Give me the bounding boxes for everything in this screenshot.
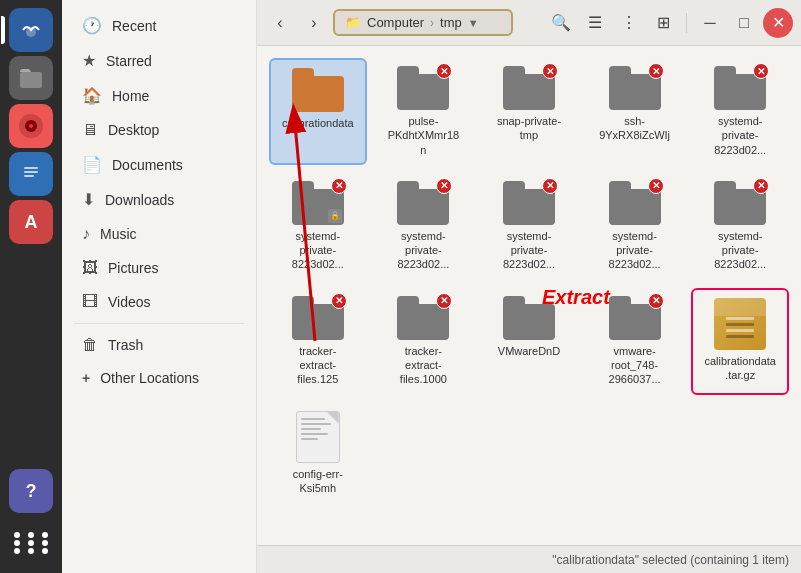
sidebar-item-music[interactable]: ♪ Music	[66, 217, 252, 251]
file-label-archive: calibrationdata.tar.gz	[704, 354, 776, 383]
breadcrumb-dropdown-btn[interactable]: ▼	[468, 17, 479, 29]
file-label-ssh: ssh-9YxRX8iZcWIj	[599, 114, 671, 143]
file-item-vmware-root[interactable]: ✕ vmware-root_748-2966037...	[586, 288, 684, 395]
config-icon	[296, 411, 340, 463]
file-label-vmware-root: vmware-root_748-2966037...	[599, 344, 671, 387]
svg-rect-7	[24, 167, 38, 169]
file-label-calibrationdata: calibrationdata	[282, 116, 354, 130]
dock-appstore[interactable]: A	[9, 200, 53, 244]
folder-icon-calibrationdata	[292, 68, 344, 112]
badge-x-tracker2: ✕	[436, 293, 452, 309]
dock-thunderbird[interactable]	[9, 8, 53, 52]
sidebar-item-desktop[interactable]: 🖥 Desktop	[66, 113, 252, 147]
svg-rect-8	[24, 171, 38, 173]
sidebar-item-videos[interactable]: 🎞 Videos	[66, 285, 252, 319]
folder-icon-vmware-root: ✕	[609, 296, 661, 340]
trash-icon: 🗑	[82, 336, 98, 354]
sidebar: 🕐 Recent ★ Starred 🏠 Home 🖥 Desktop 📄 Do…	[62, 0, 257, 573]
sidebar-item-home[interactable]: 🏠 Home	[66, 78, 252, 113]
folder-icon-systemd5: ✕	[609, 181, 661, 225]
file-item-ssh[interactable]: ✕ ssh-9YxRX8iZcWIj	[586, 58, 684, 165]
videos-icon: 🎞	[82, 293, 98, 311]
file-label-systemd1: systemd-private-8223d02...	[704, 114, 776, 157]
sidebar-item-recent-label: Recent	[112, 18, 156, 34]
sidebar-item-other-label: Other Locations	[100, 370, 199, 386]
file-item-systemd4[interactable]: ✕ systemd-private-8223d02...	[480, 173, 578, 280]
file-item-archive[interactable]: calibrationdata.tar.gz	[691, 288, 789, 395]
sidebar-item-home-label: Home	[112, 88, 149, 104]
breadcrumb-computer: Computer	[367, 15, 424, 30]
badge-x-snap: ✕	[542, 63, 558, 79]
file-item-tracker2[interactable]: ✕ tracker-extract-files.1000	[375, 288, 473, 395]
badge-x-systemd5: ✕	[648, 178, 664, 194]
pictures-icon: 🖼	[82, 259, 98, 277]
folder-icon-pulse: ✕	[397, 66, 449, 110]
file-item-pulse[interactable]: ✕ pulse-PKdhtXMmr18n	[375, 58, 473, 165]
sidebar-item-recent[interactable]: 🕐 Recent	[66, 8, 252, 43]
file-item-tracker1[interactable]: ✕ tracker-extract-files.125	[269, 288, 367, 395]
music-icon: ♪	[82, 225, 90, 243]
file-label-config-err: config-err-Ksi5mh	[282, 467, 354, 496]
file-item-calibrationdata[interactable]: calibrationdata	[269, 58, 367, 165]
dock: A ?	[0, 0, 62, 573]
sidebar-item-documents[interactable]: 📄 Documents	[66, 147, 252, 182]
sidebar-item-other[interactable]: + Other Locations	[66, 362, 252, 394]
file-label-systemd5: systemd-private-8223d02...	[599, 229, 671, 272]
main-area: ‹ › 📁 Computer › tmp ▼ 🔍 ☰ ⋮ ⊞ ─ □ ✕	[257, 0, 801, 573]
svg-point-1	[26, 27, 36, 37]
dock-files[interactable]	[9, 56, 53, 100]
folder-icon-systemd2: ✕ 🔒	[292, 181, 344, 225]
file-label-systemd2: systemd-private-8223d02...	[282, 229, 354, 272]
dock-show-apps[interactable]	[9, 521, 53, 565]
documents-icon: 📄	[82, 155, 102, 174]
back-button[interactable]: ‹	[265, 8, 295, 38]
file-item-systemd1[interactable]: ✕ systemd-private-8223d02...	[691, 58, 789, 165]
file-item-systemd6[interactable]: ✕ systemd-private-8223d02...	[691, 173, 789, 280]
folder-icon-ssh: ✕	[609, 66, 661, 110]
file-item-snap-private[interactable]: ✕ snap-private-tmp	[480, 58, 578, 165]
file-label-systemd4: systemd-private-8223d02...	[493, 229, 565, 272]
window-maximize-button[interactable]: □	[729, 8, 759, 38]
view-list-button[interactable]: ☰	[580, 8, 610, 38]
file-label-systemd6: systemd-private-8223d02...	[704, 229, 776, 272]
forward-button[interactable]: ›	[299, 8, 329, 38]
file-item-vmwared[interactable]: VMwareDnD	[480, 288, 578, 395]
file-item-config-err[interactable]: config-err-Ksi5mh	[269, 403, 367, 504]
file-grid-container: calibrationdata ✕ pulse-PKdhtXMmr18n	[257, 46, 801, 515]
file-label-snap: snap-private-tmp	[493, 114, 565, 143]
dock-writer[interactable]	[9, 152, 53, 196]
file-item-systemd2[interactable]: ✕ 🔒 systemd-private-8223d02...	[269, 173, 367, 280]
badge-x-systemd4: ✕	[542, 178, 558, 194]
other-icon: +	[82, 370, 90, 386]
breadcrumb[interactable]: 📁 Computer › tmp ▼	[333, 9, 513, 36]
svg-rect-2	[20, 72, 42, 88]
sidebar-item-downloads[interactable]: ⬇ Downloads	[66, 182, 252, 217]
search-button[interactable]: 🔍	[546, 8, 576, 38]
file-label-tracker2: tracker-extract-files.1000	[387, 344, 459, 387]
sidebar-item-music-label: Music	[100, 226, 137, 242]
recent-icon: 🕐	[82, 16, 102, 35]
file-item-systemd5[interactable]: ✕ systemd-private-8223d02...	[586, 173, 684, 280]
file-label-systemd3: systemd-private-8223d02...	[387, 229, 459, 272]
view-options-button[interactable]: ⋮	[614, 8, 644, 38]
folder-icon: 📁	[345, 15, 361, 30]
status-bar: "calibrationdata" selected (containing 1…	[257, 545, 801, 573]
svg-point-5	[29, 124, 33, 128]
view-toggle-button[interactable]: ⊞	[648, 8, 678, 38]
sidebar-item-starred[interactable]: ★ Starred	[66, 43, 252, 78]
window-minimize-button[interactable]: ─	[695, 8, 725, 38]
dock-rhythmbox[interactable]	[9, 104, 53, 148]
file-item-systemd3[interactable]: ✕ systemd-private-8223d02...	[375, 173, 473, 280]
sidebar-item-trash[interactable]: 🗑 Trash	[66, 328, 252, 362]
window-close-button[interactable]: ✕	[763, 8, 793, 38]
folder-icon-tracker2: ✕	[397, 296, 449, 340]
sidebar-item-pictures[interactable]: 🖼 Pictures	[66, 251, 252, 285]
downloads-icon: ⬇	[82, 190, 95, 209]
desktop-icon: 🖥	[82, 121, 98, 139]
home-icon: 🏠	[82, 86, 102, 105]
file-label-tracker1: tracker-extract-files.125	[282, 344, 354, 387]
breadcrumb-sep: ›	[430, 16, 434, 30]
badge-x-systemd2: ✕	[331, 178, 347, 194]
dock-help[interactable]: ?	[9, 469, 53, 513]
badge-x-systemd3: ✕	[436, 178, 452, 194]
